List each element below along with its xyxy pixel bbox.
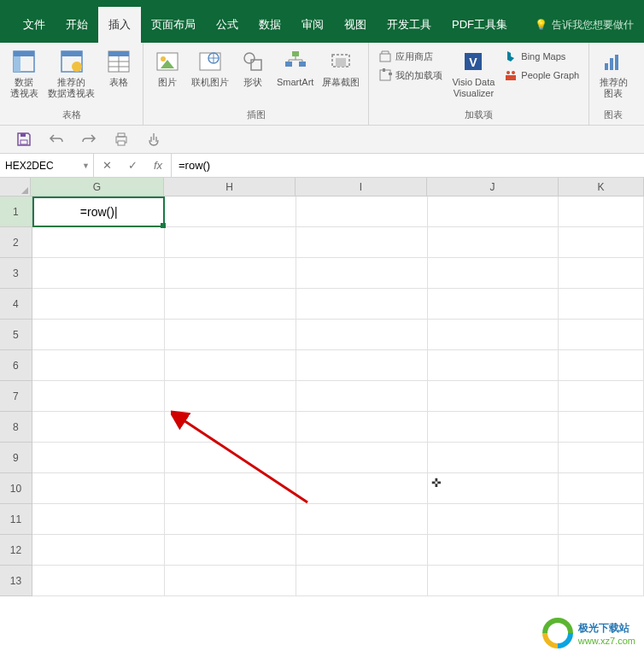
cell-I3[interactable] bbox=[296, 258, 428, 289]
cell-J10[interactable] bbox=[428, 473, 559, 504]
pivot-table-button[interactable]: 数据 透视表 bbox=[5, 46, 43, 101]
row-header-9[interactable]: 9 bbox=[0, 443, 32, 473]
cell-K13[interactable] bbox=[559, 566, 644, 596]
row-header-3[interactable]: 3 bbox=[0, 258, 32, 289]
bing-maps-button[interactable]: Bing Maps bbox=[501, 48, 582, 65]
cell-I7[interactable] bbox=[296, 381, 428, 412]
cell-G3[interactable] bbox=[32, 258, 166, 289]
menu-view[interactable]: 视图 bbox=[334, 7, 377, 43]
cell-G13[interactable] bbox=[32, 566, 166, 596]
row-header-5[interactable]: 5 bbox=[0, 320, 32, 350]
cell-K5[interactable] bbox=[559, 320, 644, 350]
cell-G4[interactable] bbox=[32, 289, 166, 320]
cell-G11[interactable] bbox=[32, 504, 166, 535]
cell-K1[interactable] bbox=[559, 197, 644, 227]
cell-K4[interactable] bbox=[559, 289, 644, 320]
menu-page-layout[interactable]: 页面布局 bbox=[141, 7, 206, 43]
menu-file[interactable]: 文件 bbox=[13, 7, 56, 43]
cell-K9[interactable] bbox=[559, 443, 644, 473]
row-header-10[interactable]: 10 bbox=[0, 473, 32, 504]
shapes-button[interactable]: 形状 bbox=[234, 46, 272, 90]
cell-I10[interactable] bbox=[296, 473, 428, 504]
recommended-charts-button[interactable]: 推荐的 图表 bbox=[594, 46, 632, 101]
cell-H5[interactable] bbox=[165, 320, 296, 350]
cell-I6[interactable] bbox=[296, 350, 428, 381]
column-header-H[interactable]: H bbox=[164, 178, 296, 197]
cell-K10[interactable] bbox=[559, 473, 644, 504]
cell-J3[interactable] bbox=[428, 258, 559, 289]
cell-K2[interactable] bbox=[559, 227, 644, 258]
undo-button[interactable] bbox=[48, 131, 65, 148]
cell-K12[interactable] bbox=[559, 535, 644, 566]
cell-G9[interactable] bbox=[32, 443, 166, 473]
cell-K11[interactable] bbox=[559, 504, 644, 535]
cell-K6[interactable] bbox=[559, 350, 644, 381]
cell-H1[interactable] bbox=[165, 197, 296, 227]
row-header-8[interactable]: 8 bbox=[0, 412, 32, 443]
cell-J5[interactable] bbox=[428, 320, 559, 350]
cell-I5[interactable] bbox=[296, 320, 428, 350]
pictures-button[interactable]: 图片 bbox=[149, 46, 186, 90]
cell-G10[interactable] bbox=[32, 473, 166, 504]
column-header-J[interactable]: J bbox=[427, 178, 559, 197]
recommended-pivot-button[interactable]: 推荐的 数据透视表 bbox=[44, 46, 98, 101]
cell-H6[interactable] bbox=[165, 350, 296, 381]
cell-G5[interactable] bbox=[32, 320, 166, 350]
touch-mode-button[interactable] bbox=[145, 131, 162, 148]
row-header-11[interactable]: 11 bbox=[0, 504, 32, 535]
column-header-I[interactable]: I bbox=[296, 178, 427, 197]
cell-H4[interactable] bbox=[165, 289, 296, 320]
cell-G2[interactable] bbox=[32, 227, 166, 258]
cell-H10[interactable] bbox=[165, 473, 296, 504]
app-store-button[interactable]: 应用商店 bbox=[376, 48, 445, 65]
spreadsheet-grid[interactable]: GHIJK 1=row()|2345678910111213 ✜ bbox=[0, 178, 644, 596]
visio-button[interactable]: V Visio Data Visualizer bbox=[448, 46, 498, 101]
cell-G6[interactable] bbox=[32, 350, 166, 381]
tell-me-search[interactable]: 💡 告诉我您想要做什 bbox=[535, 18, 634, 32]
menu-data[interactable]: 数据 bbox=[249, 7, 291, 43]
select-all-corner[interactable] bbox=[0, 178, 31, 197]
cell-J9[interactable] bbox=[428, 443, 559, 473]
cell-I9[interactable] bbox=[296, 443, 428, 473]
redo-button[interactable] bbox=[80, 131, 97, 148]
cell-I1[interactable] bbox=[296, 197, 428, 227]
cell-J4[interactable] bbox=[428, 289, 559, 320]
screenshot-button[interactable]: 屏幕截图 bbox=[319, 46, 363, 90]
smartart-button[interactable]: SmartArt bbox=[273, 46, 317, 90]
cell-I12[interactable] bbox=[296, 535, 428, 566]
cell-G12[interactable] bbox=[32, 535, 166, 566]
menu-formulas[interactable]: 公式 bbox=[206, 7, 249, 43]
cell-K7[interactable] bbox=[559, 381, 644, 412]
cell-I8[interactable] bbox=[296, 412, 428, 443]
cell-J6[interactable] bbox=[428, 350, 559, 381]
menu-insert[interactable]: 插入 bbox=[98, 7, 141, 43]
cell-J7[interactable] bbox=[428, 381, 559, 412]
cell-G7[interactable] bbox=[32, 381, 166, 412]
cell-J13[interactable] bbox=[428, 566, 559, 596]
cell-H8[interactable] bbox=[165, 412, 296, 443]
table-button[interactable]: 表格 bbox=[100, 46, 138, 90]
cell-G1[interactable]: =row()| bbox=[32, 197, 166, 227]
print-preview-button[interactable] bbox=[113, 131, 130, 148]
my-addins-button[interactable]: 我的加载项 bbox=[376, 67, 445, 84]
row-header-7[interactable]: 7 bbox=[0, 381, 32, 412]
cell-I11[interactable] bbox=[296, 504, 428, 535]
row-header-4[interactable]: 4 bbox=[0, 289, 32, 320]
save-button[interactable] bbox=[15, 131, 32, 148]
cell-G8[interactable] bbox=[32, 412, 166, 443]
cell-H9[interactable] bbox=[165, 443, 296, 473]
formula-input[interactable]: =row() bbox=[172, 154, 644, 177]
row-header-13[interactable]: 13 bbox=[0, 566, 32, 596]
insert-function-button[interactable]: fx bbox=[145, 154, 171, 177]
row-header-1[interactable]: 1 bbox=[0, 197, 32, 227]
cell-J12[interactable] bbox=[428, 535, 559, 566]
cell-J11[interactable] bbox=[428, 504, 559, 535]
row-header-2[interactable]: 2 bbox=[0, 227, 32, 258]
cell-J1[interactable] bbox=[428, 197, 559, 227]
cell-H3[interactable] bbox=[165, 258, 296, 289]
column-header-K[interactable]: K bbox=[559, 178, 644, 197]
menu-review[interactable]: 审阅 bbox=[291, 7, 334, 43]
menu-pdf-tools[interactable]: PDF工具集 bbox=[442, 7, 518, 43]
online-pictures-button[interactable]: 联机图片 bbox=[188, 46, 232, 90]
menu-home[interactable]: 开始 bbox=[56, 7, 98, 43]
